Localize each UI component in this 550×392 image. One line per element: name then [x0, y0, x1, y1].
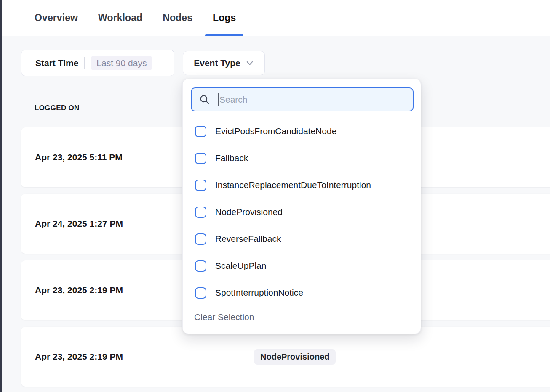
option-label: InstanceReplacementDueToInterruption — [215, 180, 371, 190]
event-type-dropdown-panel: EvictPodsFromCandidateNode Fallback Inst… — [182, 79, 421, 334]
option-spotinterruptionnotice[interactable]: SpotInterruptionNotice — [183, 279, 421, 306]
event-type-options-list: EvictPodsFromCandidateNode Fallback Inst… — [183, 118, 421, 306]
start-time-filter-value[interactable]: Last 90 days — [91, 56, 152, 70]
dropdown-search-box[interactable] — [191, 87, 414, 111]
checkbox-unchecked[interactable] — [195, 233, 206, 245]
option-label: ReverseFallback — [215, 234, 281, 244]
window-left-edge — [0, 0, 2, 392]
start-time-filter-label: Start Time — [35, 58, 78, 68]
log-row-timestamp: Apr 23, 2025 2:19 PM — [35, 352, 254, 362]
checkbox-unchecked[interactable] — [195, 260, 206, 272]
filter-divider — [84, 57, 85, 69]
tab-logs-label: Logs — [213, 12, 236, 24]
start-time-filter[interactable]: Start Time Last 90 days — [21, 50, 174, 76]
checkbox-unchecked[interactable] — [195, 153, 206, 164]
tab-nodes-label: Nodes — [163, 12, 192, 24]
tab-logs[interactable]: Logs — [213, 0, 236, 36]
clear-selection-button[interactable]: Clear Selection — [194, 308, 254, 326]
checkbox-unchecked[interactable] — [195, 126, 206, 137]
event-type-filter-button[interactable]: Event Type — [183, 51, 265, 75]
checkbox-unchecked[interactable] — [195, 180, 206, 191]
option-label: NodeProvisioned — [215, 207, 283, 217]
tab-overview[interactable]: Overview — [35, 0, 78, 36]
search-icon — [199, 94, 210, 105]
option-evictpodsfromcandidatenode[interactable]: EvictPodsFromCandidateNode — [183, 118, 421, 145]
checkbox-unchecked[interactable] — [195, 287, 206, 299]
event-type-filter-label: Event Type — [194, 58, 240, 68]
tab-overview-label: Overview — [35, 12, 78, 24]
tab-workload-label: Workload — [98, 12, 142, 24]
option-fallback[interactable]: Fallback — [183, 145, 421, 172]
active-tab-underline — [205, 34, 243, 36]
logs-page-content: Start Time Last 90 days Event Type LOGGE… — [0, 36, 550, 392]
log-row[interactable]: Apr 23, 2025 2:19 PM NodeProvisioned — [21, 327, 550, 387]
tab-nodes[interactable]: Nodes — [163, 0, 192, 36]
event-type-badge: NodeProvisioned — [254, 349, 336, 365]
option-reversefallback[interactable]: ReverseFallback — [183, 225, 421, 252]
tab-bar: Overview Workload Nodes Logs — [0, 0, 550, 36]
option-label: SpotInterruptionNotice — [215, 288, 303, 298]
search-input[interactable] — [219, 88, 413, 111]
option-label: ScaleUpPlan — [215, 261, 266, 271]
logged-on-column-header: LOGGED ON — [35, 104, 80, 112]
option-label: Fallback — [215, 153, 248, 163]
checkbox-unchecked[interactable] — [195, 207, 206, 218]
option-scaleupplan[interactable]: ScaleUpPlan — [183, 252, 421, 279]
chevron-down-icon — [246, 59, 254, 67]
option-nodeprovisioned[interactable]: NodeProvisioned — [183, 199, 421, 225]
option-instancereplacementduetointerruption[interactable]: InstanceReplacementDueToInterruption — [183, 172, 421, 199]
tab-workload[interactable]: Workload — [98, 0, 142, 36]
option-label: EvictPodsFromCandidateNode — [215, 126, 336, 136]
